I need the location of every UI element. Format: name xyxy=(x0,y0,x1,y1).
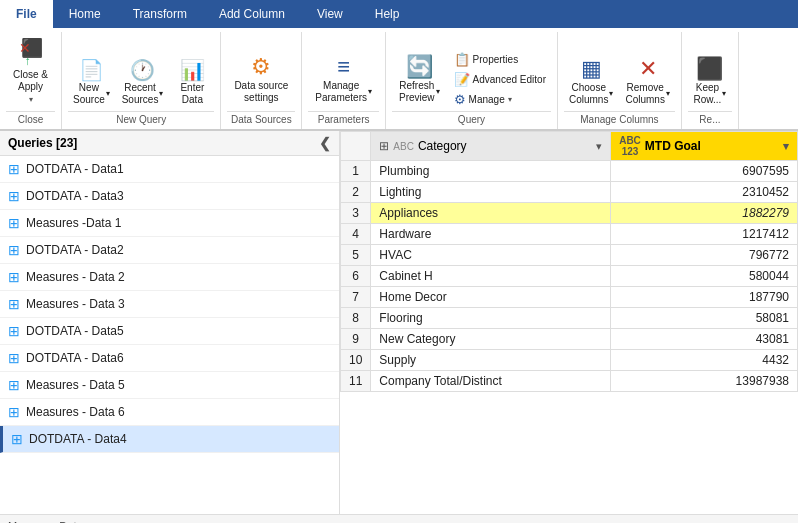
category-cell: Cabinet H xyxy=(371,266,611,287)
table-row[interactable]: 3Appliances1882279 xyxy=(341,203,798,224)
category-cell: Company Total/Distinct xyxy=(371,371,611,392)
data-source-settings-button[interactable]: ⚙ Data source settings xyxy=(227,51,295,109)
remove-columns-button[interactable]: ✕ Remove Columns▾ xyxy=(620,55,674,109)
query-name-11: DOTDATA - Data4 xyxy=(29,432,127,446)
tab-bar: File Home Transform Add Column View Help xyxy=(0,0,798,28)
category-cell: Plumbing xyxy=(371,161,611,182)
category-cell: Supply xyxy=(371,350,611,371)
table-row[interactable]: 5HVAC796772 xyxy=(341,245,798,266)
query-item-5[interactable]: ⊞ Measures - Data 2 xyxy=(0,264,339,291)
mtd-goal-cell: 43081 xyxy=(611,329,798,350)
category-cell: Hardware xyxy=(371,224,611,245)
mtd-goal-cell: 2310452 xyxy=(611,182,798,203)
mtd-goal-type-label: ABC123 xyxy=(619,135,641,157)
advanced-editor-label: Advanced Editor xyxy=(473,74,546,85)
ribbon-group-new-query: 📄 New Source▾ 🕐 Recent Sources▾ 📊 Enter … xyxy=(62,32,221,129)
new-query-group-label: New Query xyxy=(68,111,214,127)
category-column-header[interactable]: ⊞ ABC Category ▾ xyxy=(371,132,611,161)
query-item-11[interactable]: ⊞ DOTDATA - Data4 xyxy=(0,426,339,453)
table-row[interactable]: 8Flooring58081 xyxy=(341,308,798,329)
query-name-8: DOTDATA - Data6 xyxy=(26,351,124,365)
category-header-label: Category xyxy=(418,139,467,153)
data-source-settings-label: Data source settings xyxy=(234,80,288,104)
recent-sources-icon: 🕐 xyxy=(130,60,155,80)
properties-button[interactable]: 📋 Properties xyxy=(449,50,551,69)
ribbon-bar: ⬛ ✕ ↑ Close & Apply ▾ Close 📄 New Source… xyxy=(0,28,798,131)
ribbon-group-data-sources: ⚙ Data source settings Data Sources xyxy=(221,32,302,129)
mtd-goal-cell: 1882279 xyxy=(611,203,798,224)
collapse-panel-button[interactable]: ❮ xyxy=(319,135,331,151)
ribbon-group-close: ⬛ ✕ ↑ Close & Apply ▾ Close xyxy=(0,32,62,129)
query-item-9[interactable]: ⊞ Measures - Data 5 xyxy=(0,372,339,399)
table-row[interactable]: 11Company Total/Distinct13987938 xyxy=(341,371,798,392)
row-num-cell: 11 xyxy=(341,371,371,392)
query-item-8[interactable]: ⊞ DOTDATA - Data6 xyxy=(0,345,339,372)
enter-data-icon: 📊 xyxy=(180,60,205,80)
mtd-goal-column-header[interactable]: ABC123 MTD Goal ▾ xyxy=(611,132,798,161)
remove-columns-label: Remove Columns xyxy=(625,82,664,106)
keep-rows-icon: ⬛ xyxy=(696,58,723,80)
close-group-label: Close xyxy=(6,111,55,127)
tab-file[interactable]: File xyxy=(0,0,53,28)
enter-data-button[interactable]: 📊 Enter Data xyxy=(170,57,214,109)
tab-view[interactable]: View xyxy=(301,0,359,28)
table-row[interactable]: 2Lighting2310452 xyxy=(341,182,798,203)
table-row[interactable]: 10Supply4432 xyxy=(341,350,798,371)
keep-rows-label: Keep Row... xyxy=(694,82,722,106)
refresh-preview-button[interactable]: 🔄 Refresh Preview▾ xyxy=(392,51,447,109)
query-name-6: Measures - Data 3 xyxy=(26,297,125,311)
tab-add-column[interactable]: Add Column xyxy=(203,0,301,28)
query-grid-icon-11: ⊞ xyxy=(11,431,23,447)
category-filter-icon[interactable]: ▾ xyxy=(596,140,602,153)
properties-icon: 📋 xyxy=(454,52,470,67)
status-text: Measures Data xyxy=(8,520,83,524)
close-apply-button[interactable]: ⬛ ✕ ↑ Close & Apply ▾ xyxy=(6,34,55,109)
row-num-cell: 8 xyxy=(341,308,371,329)
mtd-goal-cell: 580044 xyxy=(611,266,798,287)
table-row[interactable]: 9New Category43081 xyxy=(341,329,798,350)
table-row[interactable]: 4Hardware1217412 xyxy=(341,224,798,245)
tab-help[interactable]: Help xyxy=(359,0,416,28)
keep-rows-button[interactable]: ⬛ Keep Row...▾ xyxy=(688,55,732,109)
category-table-icon: ⊞ xyxy=(379,139,389,153)
tab-home[interactable]: Home xyxy=(53,0,117,28)
manage-label: Manage xyxy=(469,94,505,105)
choose-columns-button[interactable]: ▦ Choose Columns▾ xyxy=(564,55,618,109)
query-item-1[interactable]: ⊞ DOTDATA - Data1 xyxy=(0,156,339,183)
query-item-4[interactable]: ⊞ DOTDATA - Data2 xyxy=(0,237,339,264)
manage-button[interactable]: ⚙ Manage ▾ xyxy=(449,90,551,109)
query-name-5: Measures - Data 2 xyxy=(26,270,125,284)
mtd-goal-filter-icon[interactable]: ▾ xyxy=(783,140,789,153)
row-num-header xyxy=(341,132,371,161)
recent-sources-button[interactable]: 🕐 Recent Sources▾ xyxy=(117,57,169,109)
queries-panel: Queries [23] ❮ ⊞ DOTDATA - Data1 ⊞ DOTDA… xyxy=(0,131,340,514)
row-num-cell: 1 xyxy=(341,161,371,182)
query-item-6[interactable]: ⊞ Measures - Data 3 xyxy=(0,291,339,318)
table-row[interactable]: 1Plumbing6907595 xyxy=(341,161,798,182)
table-row[interactable]: 7Home Decor187790 xyxy=(341,287,798,308)
mtd-goal-header-label: MTD Goal xyxy=(645,139,701,153)
manage-parameters-button[interactable]: ≡ Manage Parameters▾ xyxy=(308,51,379,109)
ribbon-group-parameters: ≡ Manage Parameters▾ Parameters xyxy=(302,32,386,129)
refresh-preview-label: Refresh Preview xyxy=(399,80,435,104)
query-item-3[interactable]: ⊞ Measures -Data 1 xyxy=(0,210,339,237)
mtd-goal-cell: 6907595 xyxy=(611,161,798,182)
query-grid-icon-6: ⊞ xyxy=(8,296,20,312)
new-source-button[interactable]: 📄 New Source▾ xyxy=(68,57,115,109)
category-cell: HVAC xyxy=(371,245,611,266)
query-item-7[interactable]: ⊞ DOTDATA - Data5 xyxy=(0,318,339,345)
advanced-editor-icon: 📝 xyxy=(454,72,470,87)
row-num-cell: 4 xyxy=(341,224,371,245)
query-item-10[interactable]: ⊞ Measures - Data 6 xyxy=(0,399,339,426)
tab-transform[interactable]: Transform xyxy=(117,0,203,28)
manage-columns-group-label: Manage Columns xyxy=(564,111,675,127)
query-name-3: Measures -Data 1 xyxy=(26,216,121,230)
table-row[interactable]: 6Cabinet H580044 xyxy=(341,266,798,287)
advanced-editor-button[interactable]: 📝 Advanced Editor xyxy=(449,70,551,89)
close-apply-icon: ⬛ ✕ ↑ xyxy=(15,39,47,67)
ribbon-group-reduce-rows: ⬛ Keep Row...▾ Re... xyxy=(682,32,739,129)
query-item-2[interactable]: ⊞ DOTDATA - Data3 xyxy=(0,183,339,210)
data-sources-group-label: Data Sources xyxy=(227,111,295,127)
recent-sources-label: Recent Sources xyxy=(122,82,159,106)
status-bar: Measures Data xyxy=(0,514,798,523)
